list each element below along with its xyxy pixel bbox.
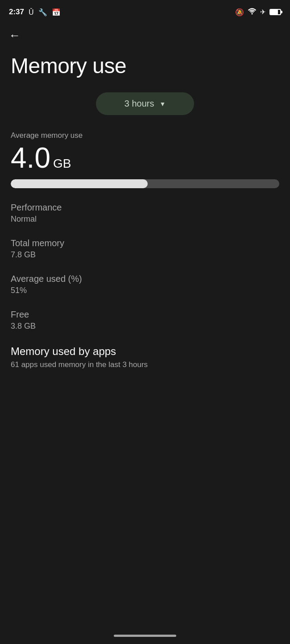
- status-right: 🔕 ✈: [235, 8, 281, 17]
- notification-off-icon: 🔕: [235, 8, 244, 17]
- avg-memory-label: Average memory use: [11, 131, 279, 140]
- svg-point-0: [251, 13, 253, 14]
- battery-icon: [269, 9, 281, 15]
- apps-section: Memory used by apps 61 apps used memory …: [11, 345, 279, 369]
- status-bar: 2:37 Ǔ 🔧 📅 🔕 ✈: [0, 0, 290, 22]
- total-memory-label: Total memory: [11, 238, 279, 248]
- memory-value-display: 4.0 GB: [11, 144, 279, 172]
- time-selector-dropdown[interactable]: 3 hours ▼: [96, 92, 194, 115]
- calendar-icon: 📅: [52, 8, 61, 17]
- time-selector-value: 3 hours: [124, 99, 154, 109]
- apps-title: Memory used by apps: [11, 345, 279, 358]
- avg-used-label: Average used (%): [11, 274, 279, 284]
- dropdown-arrow-icon: ▼: [159, 100, 166, 107]
- back-button[interactable]: ←: [0, 22, 290, 45]
- performance-label: Performance: [11, 202, 279, 213]
- free-memory-label: Free: [11, 310, 279, 320]
- bluetooth-icon: Ǔ: [29, 8, 34, 17]
- status-time: 2:37: [9, 8, 24, 17]
- avg-used-item: Average used (%) 51%: [11, 274, 279, 295]
- free-memory-value: 3.8 GB: [11, 322, 279, 331]
- memory-progress-bar-fill: [11, 179, 148, 188]
- main-content: Memory use 3 hours ▼ Average memory use …: [0, 45, 290, 378]
- avg-used-value: 51%: [11, 286, 279, 295]
- total-memory-value: 7.8 GB: [11, 250, 279, 260]
- status-left: 2:37 Ǔ 🔧 📅: [9, 8, 61, 17]
- apps-subtitle: 61 apps used memory in the last 3 hours: [11, 360, 279, 369]
- home-indicator: [114, 635, 176, 637]
- wrench-icon: 🔧: [38, 8, 47, 17]
- memory-unit: GB: [53, 157, 71, 171]
- stats-section: Average memory use 4.0 GB: [11, 131, 279, 188]
- time-selector-container: 3 hours ▼: [11, 92, 279, 115]
- memory-number: 4.0: [11, 144, 50, 172]
- performance-value: Normal: [11, 215, 279, 224]
- performance-item: Performance Normal: [11, 202, 279, 224]
- airplane-icon: ✈: [260, 8, 266, 16]
- page-title: Memory use: [11, 54, 279, 78]
- memory-progress-bar-container: [11, 179, 279, 188]
- back-arrow-icon: ←: [9, 29, 21, 42]
- total-memory-item: Total memory 7.8 GB: [11, 238, 279, 260]
- free-memory-item: Free 3.8 GB: [11, 310, 279, 331]
- wifi-icon: [248, 8, 257, 17]
